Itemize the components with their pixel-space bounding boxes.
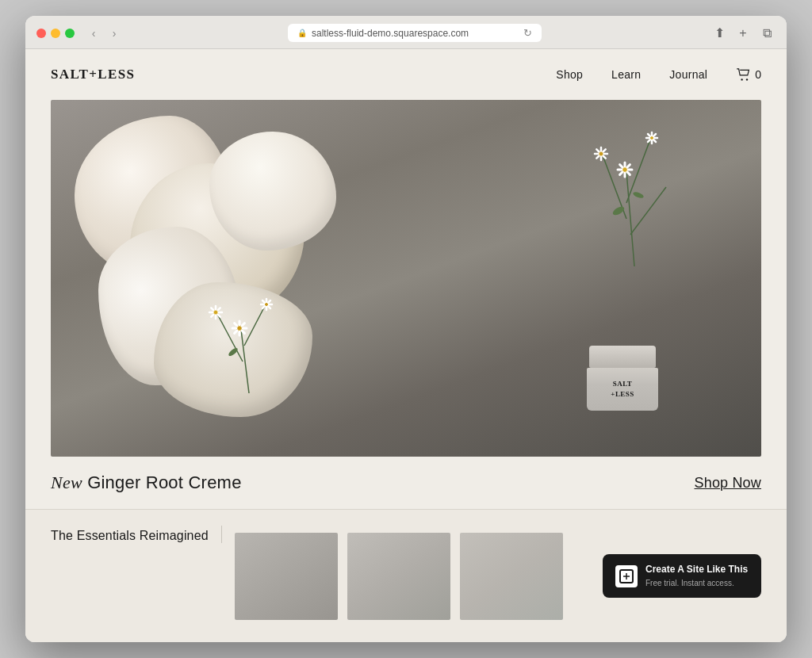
minimize-button[interactable] xyxy=(51,29,60,38)
essentials-text: The Essentials Reimagined xyxy=(51,526,222,543)
maximize-button[interactable] xyxy=(65,29,75,38)
url-text: saltless-fluid-demo.squarespace.com xyxy=(312,28,469,39)
address-bar[interactable]: 🔒 saltless-fluid-demo.squarespace.com ↻ xyxy=(288,24,542,42)
svg-line-25 xyxy=(596,149,599,151)
cart-count: 0 xyxy=(755,68,761,81)
browser-window: ‹ › 🔒 saltless-fluid-demo.squarespace.co… xyxy=(25,16,787,642)
nav-shop[interactable]: Shop xyxy=(556,68,583,81)
svg-line-31 xyxy=(653,134,656,136)
jar-body: SALT +LESS xyxy=(587,368,658,411)
squarespace-logo xyxy=(615,565,638,587)
caption-area: New Ginger Root Creme Shop Now xyxy=(25,457,787,510)
squarespace-logo-icon xyxy=(619,569,634,583)
product-title: New Ginger Root Creme xyxy=(51,472,242,493)
svg-line-47 xyxy=(235,323,238,327)
svg-line-46 xyxy=(235,331,238,334)
cart-icon xyxy=(736,68,752,81)
svg-line-37 xyxy=(244,306,265,346)
product-title-text: Ginger Root Creme xyxy=(87,472,241,492)
shop-now-link[interactable]: Shop Now xyxy=(695,475,762,492)
product-thumb-3[interactable] xyxy=(460,533,563,620)
svg-line-55 xyxy=(211,315,213,317)
nav-learn[interactable]: Learn xyxy=(611,68,641,81)
hero-container: SALT +LESS xyxy=(51,100,761,457)
svg-point-1 xyxy=(746,78,748,80)
share-button[interactable]: ⬆ xyxy=(710,25,728,42)
website: SALT+LESS Shop Learn Journal 0 xyxy=(25,49,787,642)
svg-line-65 xyxy=(262,300,265,303)
product-title-italic: New xyxy=(51,472,82,492)
svg-line-14 xyxy=(627,172,630,175)
site-logo[interactable]: SALT+LESS xyxy=(51,67,135,82)
back-button[interactable]: ‹ xyxy=(86,25,102,41)
svg-line-22 xyxy=(603,149,606,151)
nav-cart[interactable]: 0 xyxy=(736,68,761,81)
traffic-lights xyxy=(36,29,75,38)
hero-image: SALT +LESS xyxy=(51,100,761,457)
new-tab-button[interactable]: + xyxy=(734,25,752,42)
refresh-icon[interactable]: ↻ xyxy=(523,27,532,39)
product-thumb-1[interactable] xyxy=(235,533,338,620)
lock-icon: 🔒 xyxy=(297,29,307,37)
foam-blob-5 xyxy=(209,132,336,251)
browser-controls: ‹ › xyxy=(86,25,122,41)
squarespace-cta-main: Create A Site Like This xyxy=(645,564,748,576)
svg-line-13 xyxy=(627,165,630,168)
address-bar-container: 🔒 saltless-fluid-demo.squarespace.com ↻ xyxy=(130,24,699,42)
svg-point-0 xyxy=(741,78,743,80)
squarespace-cta-text: Create A Site Like This Free trial. Inst… xyxy=(645,564,748,588)
svg-line-53 xyxy=(218,308,220,310)
svg-line-63 xyxy=(268,306,270,308)
svg-line-16 xyxy=(620,165,623,168)
squarespace-cta-banner[interactable]: Create A Site Like This Free trial. Inst… xyxy=(603,554,761,598)
browser-actions: ⬆ + ⧉ xyxy=(710,25,776,42)
flowers-middle-left xyxy=(201,282,297,393)
svg-line-45 xyxy=(242,331,245,334)
nav-journal[interactable]: Journal xyxy=(669,68,707,81)
navigation: SALT+LESS Shop Learn Journal 0 xyxy=(25,49,787,100)
browser-chrome: ‹ › 🔒 saltless-fluid-demo.squarespace.co… xyxy=(25,16,787,49)
squarespace-cta-sub: Free trial. Instant access. xyxy=(645,578,748,588)
svg-line-56 xyxy=(211,308,213,310)
svg-line-34 xyxy=(648,134,650,136)
svg-point-7 xyxy=(632,191,644,199)
product-thumbnails xyxy=(235,533,590,620)
product-jar: SALT +LESS xyxy=(587,346,658,409)
svg-line-15 xyxy=(620,172,623,175)
svg-line-24 xyxy=(596,156,599,159)
jar-lid xyxy=(589,346,656,368)
svg-line-62 xyxy=(268,300,270,303)
tabs-button[interactable]: ⧉ xyxy=(758,25,776,42)
forward-button[interactable]: › xyxy=(106,25,122,41)
jar-label: SALT +LESS xyxy=(611,379,634,399)
close-button[interactable] xyxy=(36,29,46,38)
svg-line-44 xyxy=(242,323,245,327)
product-thumb-2[interactable] xyxy=(347,533,450,620)
svg-line-32 xyxy=(653,140,656,142)
bottom-section: The Essentials Reimagined Create A Site … xyxy=(25,510,787,642)
nav-links: Shop Learn Journal 0 xyxy=(556,68,761,81)
flowers-top-right xyxy=(571,108,698,266)
